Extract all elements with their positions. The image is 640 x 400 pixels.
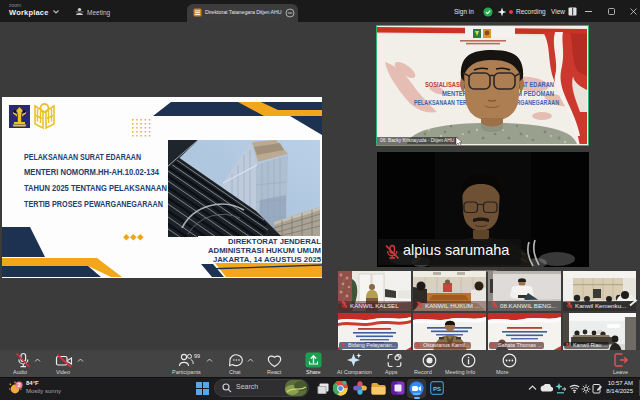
svg-text:2: 2 <box>17 382 20 388</box>
svg-text:zoom: zoom <box>413 392 421 396</box>
svg-text:JAKARTA, 14 AGUSTUS 2025: JAKARTA, 14 AGUSTUS 2025 <box>213 255 322 264</box>
svg-text:ADMINISTRASI HUKUM UMUM: ADMINISTRASI HUKUM UMUM <box>208 246 321 255</box>
svg-text:TAHUN 2025 TENTANG PELAKSANAA: TAHUN 2025 TENTANG PELAKSANAAN <box>24 182 167 193</box>
svg-text:DIREKTORAT JENDERAL: DIREKTORAT JENDERAL <box>228 237 321 246</box>
svg-text:PS: PS <box>433 386 441 392</box>
svg-text:MENTERI NOMORM.HH-AH.10.02-134: MENTERI NOMORM.HH-AH.10.02-134 <box>24 166 160 177</box>
svg-text:PELAKSANAAN SURAT EDARAAN: PELAKSANAAN SURAT EDARAAN <box>24 151 141 162</box>
svg-text:TERTIB PROSES PEWARGANEGARAAN: TERTIB PROSES PEWARGANEGARAAN <box>24 198 163 209</box>
